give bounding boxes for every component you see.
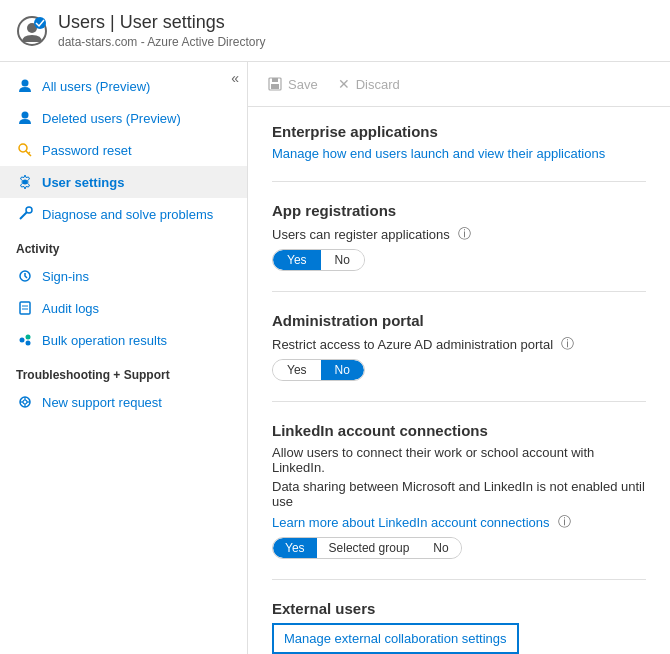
deleted-user-icon	[16, 109, 34, 127]
header-text: Users | User settings data-stars.com - A…	[58, 12, 265, 49]
sidebar-item-user-settings[interactable]: User settings	[0, 166, 247, 198]
sidebar-label-all-users: All users (Preview)	[42, 79, 150, 94]
admin-portal-section: Administration portal Restrict access to…	[272, 312, 646, 402]
linkedin-desc1: Allow users to connect their work or sch…	[272, 445, 646, 475]
app-registrations-section: App registrations Users can register app…	[272, 202, 646, 292]
admin-portal-no-button[interactable]: No	[321, 360, 364, 380]
app-reg-yes-button[interactable]: Yes	[273, 250, 321, 270]
svg-point-3	[22, 80, 29, 87]
save-label: Save	[288, 77, 318, 92]
wrench-icon	[16, 205, 34, 223]
sidebar-label-audit-logs: Audit logs	[42, 301, 99, 316]
svg-point-16	[26, 335, 31, 340]
page-subtitle: data-stars.com - Azure Active Directory	[58, 35, 265, 49]
sidebar-item-new-support[interactable]: New support request	[0, 386, 247, 418]
header-icon	[16, 15, 48, 47]
content-area: Enterprise applications Manage how end u…	[248, 107, 670, 654]
linkedin-link-row: Learn more about LinkedIn account connec…	[272, 513, 646, 531]
sidebar-label-sign-ins: Sign-ins	[42, 269, 89, 284]
app-reg-label: Users can register applications	[272, 227, 450, 242]
svg-line-9	[20, 212, 27, 219]
enterprise-title: Enterprise applications	[272, 123, 646, 140]
sidebar-item-all-users[interactable]: All users (Preview)	[0, 70, 247, 102]
enterprise-link[interactable]: Manage how end users launch and view the…	[272, 146, 605, 161]
key-icon	[16, 141, 34, 159]
admin-portal-info-icon[interactable]: ⓘ	[561, 335, 574, 353]
admin-portal-toggle-group: Yes No	[272, 359, 365, 381]
activity-section-header: Activity	[0, 230, 247, 260]
sidebar-item-audit-logs[interactable]: Audit logs	[0, 292, 247, 324]
sign-ins-icon	[16, 267, 34, 285]
app-reg-toggle-group: Yes No	[272, 249, 365, 271]
svg-point-5	[19, 144, 27, 152]
support-icon	[16, 393, 34, 411]
troubleshooting-section-header: Troubleshooting + Support	[0, 356, 247, 386]
app-reg-setting-row: Users can register applications ⓘ	[272, 225, 646, 243]
toolbar: Save ✕ Discard	[248, 62, 670, 107]
discard-button[interactable]: ✕ Discard	[338, 72, 400, 96]
linkedin-title: LinkedIn account connections	[272, 422, 646, 439]
external-link-box[interactable]: Manage external collaboration settings	[272, 623, 519, 654]
sidebar-label-password-reset: Password reset	[42, 143, 132, 158]
sidebar-label-diagnose: Diagnose and solve problems	[42, 207, 213, 222]
linkedin-section: LinkedIn account connections Allow users…	[272, 422, 646, 580]
linkedin-info-icon[interactable]: ⓘ	[558, 513, 571, 531]
svg-rect-12	[20, 302, 30, 314]
app-reg-info-icon[interactable]: ⓘ	[458, 225, 471, 243]
svg-point-4	[22, 112, 29, 119]
svg-point-17	[26, 341, 31, 346]
sidebar-item-bulk-operations[interactable]: Bulk operation results	[0, 324, 247, 356]
page-header: Users | User settings data-stars.com - A…	[0, 0, 670, 62]
linkedin-link[interactable]: Learn more about LinkedIn account connec…	[272, 515, 550, 530]
linkedin-desc2: Data sharing between Microsoft and Linke…	[272, 479, 646, 509]
sidebar-collapse-button[interactable]: «	[231, 70, 239, 86]
svg-point-10	[26, 207, 32, 213]
linkedin-yes-button[interactable]: Yes	[273, 538, 317, 558]
app-reg-no-button[interactable]: No	[321, 250, 364, 270]
svg-rect-25	[272, 78, 278, 82]
external-collaboration-link[interactable]: Manage external collaboration settings	[284, 631, 507, 646]
bulk-icon	[16, 331, 34, 349]
linkedin-no-button[interactable]: No	[421, 538, 460, 558]
app-reg-title: App registrations	[272, 202, 646, 219]
sidebar-item-sign-ins[interactable]: Sign-ins	[0, 260, 247, 292]
sidebar-item-deleted-users[interactable]: Deleted users (Preview)	[0, 102, 247, 134]
external-users-section: External users Manage external collabora…	[272, 600, 646, 654]
svg-rect-26	[271, 84, 279, 89]
sidebar-label-new-support: New support request	[42, 395, 162, 410]
user-icon	[16, 77, 34, 95]
body: « All users (Preview) Deleted users (Pre…	[0, 62, 670, 654]
page-title: Users | User settings	[58, 12, 265, 33]
linkedin-toggle-group: Yes Selected group No	[272, 537, 462, 559]
admin-portal-yes-button[interactable]: Yes	[273, 360, 321, 380]
admin-portal-label: Restrict access to Azure AD administrati…	[272, 337, 553, 352]
admin-portal-setting-row: Restrict access to Azure AD administrati…	[272, 335, 646, 353]
main-content: Save ✕ Discard Enterprise applications M…	[248, 62, 670, 654]
audit-icon	[16, 299, 34, 317]
gear-icon	[16, 173, 34, 191]
svg-point-19	[23, 400, 27, 404]
sidebar-label-bulk: Bulk operation results	[42, 333, 167, 348]
sidebar: « All users (Preview) Deleted users (Pre…	[0, 62, 248, 654]
svg-point-2	[34, 17, 46, 29]
admin-portal-title: Administration portal	[272, 312, 646, 329]
sidebar-label-user-settings: User settings	[42, 175, 124, 190]
enterprise-applications-section: Enterprise applications Manage how end u…	[272, 123, 646, 182]
linkedin-selected-group-button[interactable]: Selected group	[317, 538, 422, 558]
svg-point-8	[23, 180, 28, 185]
external-users-title: External users	[272, 600, 646, 617]
sidebar-label-deleted-users: Deleted users (Preview)	[42, 111, 181, 126]
sidebar-item-password-reset[interactable]: Password reset	[0, 134, 247, 166]
app-container: Users | User settings data-stars.com - A…	[0, 0, 670, 654]
discard-label: Discard	[356, 77, 400, 92]
save-button[interactable]: Save	[268, 73, 318, 96]
sidebar-item-diagnose[interactable]: Diagnose and solve problems	[0, 198, 247, 230]
svg-point-15	[20, 338, 25, 343]
